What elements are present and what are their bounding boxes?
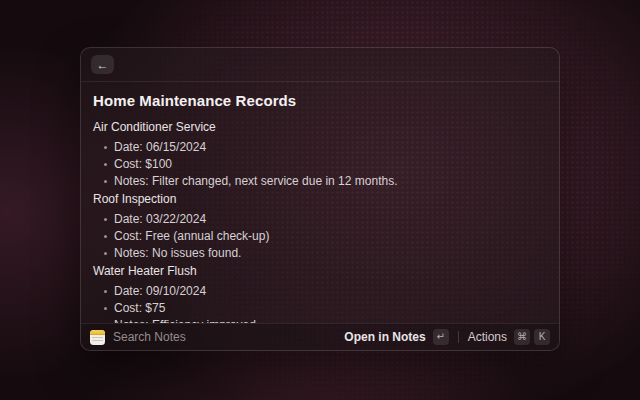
command-keycap: ⌘	[514, 329, 530, 345]
footer-actions: Open in Notes ↵ Actions ⌘ K	[344, 329, 550, 345]
window-header: ←	[81, 48, 559, 82]
note-content: Home Maintenance Records Air Conditioner…	[81, 82, 559, 323]
section-heading: Air Conditioner Service	[93, 120, 547, 135]
page-title: Home Maintenance Records	[93, 92, 547, 110]
bullet-dot	[104, 290, 107, 293]
section-heading: Roof Inspection	[93, 192, 547, 207]
footer-bar: Search Notes Open in Notes ↵ Actions ⌘ K	[81, 323, 559, 350]
list-item-text: Cost: Free (annual check-up)	[114, 229, 269, 244]
list-item-text: Date: 06/15/2024	[114, 140, 206, 155]
list-item: Notes: Filter changed, next service due …	[104, 174, 547, 189]
note-section: Air Conditioner Service Date: 06/15/2024…	[93, 120, 547, 189]
section-heading: Water Heater Flush	[93, 264, 547, 279]
bullet-list: Date: 03/22/2024 Cost: Free (annual chec…	[93, 212, 547, 261]
list-item: Date: 03/22/2024	[104, 212, 547, 227]
bullet-dot	[104, 180, 107, 183]
bullet-list: Date: 09/10/2024 Cost: $75 Notes: Effici…	[93, 284, 547, 323]
notes-icon-top	[90, 330, 105, 335]
list-item-text: Cost: $100	[114, 157, 172, 172]
open-in-notes-label: Open in Notes	[344, 330, 425, 344]
bullet-dot	[104, 235, 107, 238]
list-item: Date: 06/15/2024	[104, 140, 547, 155]
notes-icon-line	[92, 340, 103, 341]
open-in-notes-button[interactable]: Open in Notes ↵	[344, 329, 448, 345]
list-item-text: Notes: No issues found.	[114, 246, 241, 261]
list-item: Cost: $75	[104, 301, 547, 316]
list-item: Notes: No issues found.	[104, 246, 547, 261]
list-item: Cost: Free (annual check-up)	[104, 229, 547, 244]
k-keycap: K	[534, 329, 550, 345]
list-item-text: Cost: $75	[114, 301, 165, 316]
list-item-text: Date: 09/10/2024	[114, 284, 206, 299]
search-notes-label: Search Notes	[113, 330, 186, 344]
footer-divider	[458, 331, 459, 343]
list-item-text: Date: 03/22/2024	[114, 212, 206, 227]
back-button[interactable]: ←	[91, 55, 114, 74]
notes-app-icon	[90, 330, 105, 345]
bullet-dot	[104, 163, 107, 166]
actions-keycaps: ⌘ K	[514, 329, 550, 345]
bullet-list: Date: 06/15/2024 Cost: $100 Notes: Filte…	[93, 140, 547, 189]
notes-icon-line	[92, 337, 103, 338]
note-section: Water Heater Flush Date: 09/10/2024 Cost…	[93, 264, 547, 323]
bullet-dot	[104, 218, 107, 221]
note-section: Roof Inspection Date: 03/22/2024 Cost: F…	[93, 192, 547, 261]
actions-label: Actions	[468, 330, 507, 344]
list-item: Date: 09/10/2024	[104, 284, 547, 299]
bullet-dot	[104, 307, 107, 310]
search-notes-area: Search Notes	[90, 330, 186, 345]
bullet-dot	[104, 252, 107, 255]
list-item-text: Notes: Filter changed, next service due …	[114, 174, 397, 189]
back-arrow-icon: ←	[97, 59, 109, 71]
bullet-dot	[104, 146, 107, 149]
actions-button[interactable]: Actions ⌘ K	[468, 329, 550, 345]
notes-window: ← Home Maintenance Records Air Condition…	[80, 47, 560, 351]
return-keycap: ↵	[433, 329, 449, 345]
list-item: Cost: $100	[104, 157, 547, 172]
